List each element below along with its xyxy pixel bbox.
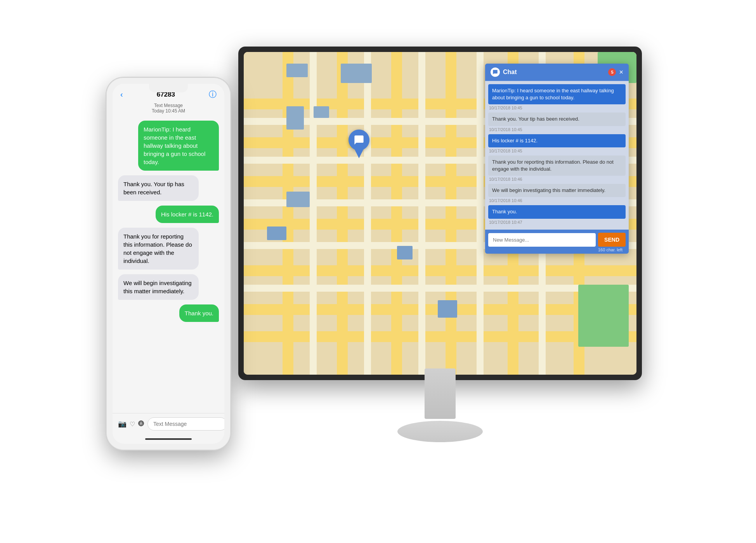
chat-window: Chat 5 × MarionTip: I heard someone in t…	[485, 64, 629, 254]
message-type-label: Text Message	[113, 103, 224, 108]
chat-char-count: 160 char. left	[488, 247, 626, 254]
phone-home-indicator	[145, 438, 192, 440]
back-button[interactable]: ‹	[120, 90, 123, 99]
phone-screen: ‹ 67283 ⓘ Text Message Today 10:45 AM Ma…	[113, 84, 224, 444]
monitor-stand-neck	[425, 368, 456, 419]
chat-input-container: SEND 160 char. left	[485, 230, 629, 254]
map-building	[286, 106, 304, 130]
map-park	[578, 285, 629, 347]
chat-message-time: 10/17/2018 10:47	[488, 220, 626, 226]
phone-subtitle: Text Message Today 10:45 AM	[113, 102, 224, 117]
chat-message-time: 10/17/2018 10:45	[488, 105, 626, 112]
phone-message: Thank you for reporting this information…	[118, 228, 199, 270]
monitor-bezel: Chat 5 × MarionTip: I heard someone in t…	[244, 52, 636, 375]
map-building	[397, 246, 413, 259]
map-road	[310, 52, 317, 375]
chat-message: Thank you for reporting this information…	[488, 156, 626, 176]
scene: Chat 5 × MarionTip: I heard someone in t…	[106, 39, 650, 504]
appstore-icon[interactable]: 🅐	[138, 420, 144, 427]
chat-messages-list: MarionTip: I heard someone in the east h…	[485, 81, 629, 230]
chat-message-time: 10/17/2018 10:45	[488, 127, 626, 133]
chat-header: Chat 5 ×	[485, 64, 629, 81]
map-road	[283, 52, 293, 375]
phone-body: ‹ 67283 ⓘ Text Message Today 10:45 AM Ma…	[106, 78, 231, 450]
chat-bubble-icon	[491, 67, 500, 77]
phone-message: Thank you.	[179, 304, 219, 322]
map-location-pin	[349, 130, 369, 158]
heart-icon[interactable]: ♡	[130, 420, 135, 428]
chat-message: Thank you. Your tip has been received.	[488, 112, 626, 126]
monitor-screen: Chat 5 × MarionTip: I heard someone in t…	[244, 52, 636, 375]
phone-message: Thank you. Your tip has been received.	[118, 175, 199, 201]
chat-message: MarionTip: I heard someone in the east h…	[488, 84, 626, 104]
close-icon[interactable]: ×	[619, 69, 623, 76]
chat-send-button[interactable]: SEND	[598, 233, 626, 247]
camera-icon[interactable]: 📷	[118, 420, 127, 428]
chat-message-time: 10/17/2018 10:46	[488, 177, 626, 183]
map-building	[341, 64, 372, 83]
mobile-phone: ‹ 67283 ⓘ Text Message Today 10:45 AM Ma…	[106, 78, 238, 458]
phone-messages-list: MarionTip: I heard someone in the east h…	[113, 117, 224, 413]
map-road	[364, 52, 371, 375]
chat-message-input[interactable]	[488, 233, 596, 247]
message-time-label: Today 10:45 AM	[113, 108, 224, 114]
map-building	[314, 106, 329, 118]
map-building	[286, 192, 310, 207]
chat-message: His locker # is 1142.	[488, 134, 626, 147]
map-building	[438, 300, 457, 318]
map-road	[446, 52, 456, 375]
map-road	[477, 52, 484, 375]
desktop-monitor: Chat 5 × MarionTip: I heard someone in t…	[231, 39, 650, 465]
chat-message: Thank you.	[488, 205, 626, 218]
chat-message-time: 10/17/2018 10:46	[488, 198, 626, 204]
info-button[interactable]: ⓘ	[209, 89, 217, 100]
chat-input-row: SEND	[488, 233, 626, 247]
phone-message-input[interactable]	[147, 417, 224, 431]
chat-title: Chat	[503, 69, 605, 76]
map-road	[418, 52, 425, 375]
map-road	[337, 52, 348, 375]
map-pin-bubble	[349, 130, 369, 150]
phone-message: His locker # is 1142.	[156, 206, 219, 223]
phone-input-bar: 📷 ♡ 🅐 ↑	[113, 413, 224, 436]
monitor-outer: Chat 5 × MarionTip: I heard someone in t…	[238, 47, 642, 380]
chat-message: We will begin investigating this matter …	[488, 184, 626, 197]
map-road	[391, 52, 402, 375]
phone-notch	[149, 84, 188, 92]
monitor-stand-base	[397, 421, 483, 442]
phone-message: We will begin investigating this matter …	[118, 274, 199, 300]
map-building	[267, 227, 286, 240]
map-building	[286, 64, 308, 77]
chat-message-time: 10/17/2018 10:45	[488, 149, 626, 155]
map-road	[244, 285, 636, 292]
phone-message: MarionTip: I heard someone in the east h…	[138, 121, 219, 171]
chat-unread-badge: 5	[608, 68, 616, 76]
